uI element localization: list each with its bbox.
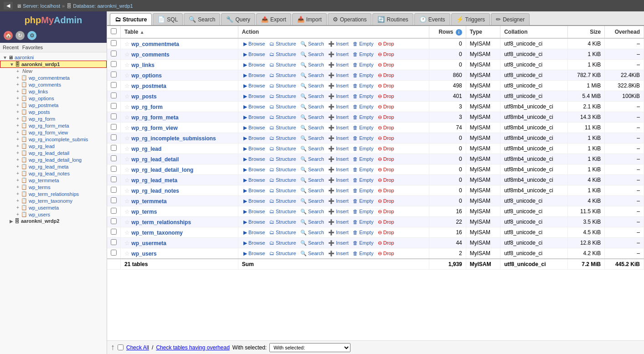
search-btn-wp_termmeta[interactable]: 🔍 Search: [299, 198, 325, 205]
star-icon-wp_rg_form_view[interactable]: ☆: [124, 124, 130, 131]
empty-btn-wp_rg_form[interactable]: 🗑 Empty: [351, 103, 375, 110]
empty-btn-wp_postmeta[interactable]: 🗑 Empty: [351, 82, 375, 89]
insert-btn-wp_rg_lead_notes[interactable]: ➕ Insert: [327, 187, 350, 194]
browse-btn-wp_rg_form_view[interactable]: ▶ Browse: [242, 124, 267, 131]
search-btn-wp_posts[interactable]: 🔍 Search: [299, 93, 325, 100]
star-icon-wp_term_relationships[interactable]: ☆: [124, 219, 130, 226]
sidebar-item-aaronkni_wrdp2[interactable]: ▶🗄aaronkni_wrdp2: [0, 218, 107, 224]
insert-btn-wp_term_taxonomy[interactable]: ➕ Insert: [327, 229, 350, 236]
with-selected-dropdown[interactable]: With selected: Browse Drop Empty Analyze…: [269, 343, 350, 352]
star-icon-wp_rg_lead_detail[interactable]: ☆: [124, 156, 130, 163]
empty-btn-wp_terms[interactable]: 🗑 Empty: [351, 208, 375, 215]
check-overhead-link[interactable]: Check tables having overhead: [156, 344, 229, 351]
check-all-bottom-checkbox[interactable]: [118, 344, 124, 350]
empty-btn-wp_options[interactable]: 🗑 Empty: [351, 72, 375, 78]
star-icon-wp_terms[interactable]: ☆: [124, 208, 130, 215]
table-link-wp_rg_lead_meta[interactable]: wp_rg_lead_meta: [131, 177, 177, 184]
checkbox-wp_usermeta[interactable]: [111, 239, 117, 245]
table-link-wp_rg_lead_detail[interactable]: wp_rg_lead_detail: [131, 156, 179, 163]
sidebar-item-wp_rg_form_meta[interactable]: +📋wp_rg_form_meta: [0, 122, 107, 129]
table-link-wp_rg_lead[interactable]: wp_rg_lead: [131, 146, 161, 152]
rows-info-icon[interactable]: i: [456, 29, 462, 36]
tree-toggle-aaronkni_wrdp1[interactable]: ▼: [9, 62, 15, 67]
sidebar-item-wp_posts[interactable]: +📋wp_posts: [0, 108, 107, 115]
checkbox-wp_links[interactable]: [111, 61, 117, 67]
insert-btn-wp_rg_form_view[interactable]: ➕ Insert: [327, 124, 350, 131]
star-icon-wp_postmeta[interactable]: ☆: [124, 82, 130, 89]
empty-btn-wp_rg_form_view[interactable]: 🗑 Empty: [351, 124, 375, 131]
checkbox-wp_rg_form_meta[interactable]: [111, 113, 117, 119]
structure-btn-wp_users[interactable]: 🗂 Structure: [268, 250, 298, 257]
table-link-wp_rg_incomplete_submissions[interactable]: wp_rg_incomplete_submissions: [131, 135, 216, 142]
drop-btn-wp_rg_lead_meta[interactable]: ⊖ Drop: [376, 177, 396, 184]
checkbox-wp_options[interactable]: [111, 72, 117, 77]
insert-btn-wp_rg_lead_meta[interactable]: ➕ Insert: [327, 177, 350, 184]
insert-btn-wp_rg_lead[interactable]: ➕ Insert: [327, 145, 350, 152]
favorites-link[interactable]: Favorites: [22, 45, 43, 50]
structure-btn-wp_terms[interactable]: 🗂 Structure: [268, 208, 298, 215]
checkbox-wp_rg_incomplete_submissions[interactable]: [111, 134, 117, 140]
empty-btn-wp_comments[interactable]: 🗑 Empty: [351, 51, 375, 57]
table-link-wp_usermeta[interactable]: wp_usermeta: [131, 240, 166, 246]
tab-query[interactable]: 🔧Query: [221, 13, 255, 25]
insert-btn-wp_links[interactable]: ➕ Insert: [327, 62, 350, 68]
drop-btn-wp_usermeta[interactable]: ⊖ Drop: [376, 240, 396, 246]
sidebar-item-aaronkni_wrdp1[interactable]: ▼🗄aaronkni_wrdp1: [0, 61, 107, 68]
empty-btn-wp_posts[interactable]: 🗑 Empty: [351, 93, 375, 99]
checkbox-wp_rg_form[interactable]: [111, 103, 117, 109]
check-all-link[interactable]: Check All: [126, 344, 149, 351]
empty-btn-wp_rg_lead_detail_long[interactable]: 🗑 Empty: [351, 166, 375, 173]
structure-btn-wp_rg_lead_notes[interactable]: 🗂 Structure: [268, 187, 298, 194]
insert-btn-wp_comments[interactable]: ➕ Insert: [327, 51, 350, 58]
table-link-wp_options[interactable]: wp_options: [131, 72, 162, 79]
search-btn-wp_term_taxonomy[interactable]: 🔍 Search: [299, 229, 325, 236]
insert-btn-wp_commentmeta[interactable]: ➕ Insert: [327, 41, 350, 47]
search-btn-wp_rg_lead_notes[interactable]: 🔍 Search: [299, 187, 325, 194]
sidebar-item-wp_rg_lead_meta[interactable]: +📋wp_rg_lead_meta: [0, 163, 107, 170]
structure-btn-wp_rg_form_meta[interactable]: 🗂 Structure: [268, 114, 298, 120]
search-btn-wp_rg_form_view[interactable]: 🔍 Search: [299, 124, 325, 131]
checkbox-wp_commentmeta[interactable]: [111, 40, 117, 46]
browse-btn-wp_users[interactable]: ▶ Browse: [242, 250, 267, 257]
search-btn-wp_users[interactable]: 🔍 Search: [299, 250, 325, 257]
table-link-wp_postmeta[interactable]: wp_postmeta: [131, 83, 166, 89]
sidebar-item-wp_comments[interactable]: +📋wp_comments: [0, 81, 107, 88]
sidebar-item-wp_rg_lead_detail[interactable]: +📋wp_rg_lead_detail: [0, 149, 107, 156]
structure-btn-wp_rg_lead[interactable]: 🗂 Structure: [268, 145, 298, 152]
star-icon-wp_comments[interactable]: ☆: [124, 51, 130, 58]
sidebar-item-new[interactable]: +New: [0, 68, 107, 74]
structure-btn-wp_term_relationships[interactable]: 🗂 Structure: [268, 219, 298, 225]
star-icon-wp_rg_lead_notes[interactable]: ☆: [124, 187, 130, 194]
sidebar-item-wp_commentmeta[interactable]: +📋wp_commentmeta: [0, 74, 107, 81]
sidebar-item-wp_rg_lead_detail_long[interactable]: +📋wp_rg_lead_detail_long: [0, 156, 107, 163]
structure-btn-wp_rg_form_view[interactable]: 🗂 Structure: [268, 124, 298, 131]
checkbox-wp_users[interactable]: [111, 250, 117, 256]
structure-btn-wp_rg_lead_meta[interactable]: 🗂 Structure: [268, 177, 298, 183]
empty-btn-wp_rg_form_meta[interactable]: 🗑 Empty: [351, 114, 375, 120]
browse-btn-wp_rg_lead[interactable]: ▶ Browse: [242, 145, 267, 152]
drop-btn-wp_postmeta[interactable]: ⊖ Drop: [376, 82, 396, 89]
reload-icon[interactable]: ↻: [15, 31, 25, 40]
insert-btn-wp_rg_lead_detail_long[interactable]: ➕ Insert: [327, 166, 350, 173]
browse-btn-wp_termmeta[interactable]: ▶ Browse: [242, 198, 267, 205]
search-btn-wp_commentmeta[interactable]: 🔍 Search: [299, 41, 325, 47]
empty-btn-wp_rg_lead_detail[interactable]: 🗑 Empty: [351, 156, 375, 162]
star-icon-wp_rg_lead[interactable]: ☆: [124, 145, 130, 152]
tab-operations[interactable]: ⚙Operations: [328, 13, 372, 25]
browse-btn-wp_rg_lead_meta[interactable]: ▶ Browse: [242, 177, 267, 184]
drop-btn-wp_rg_form_meta[interactable]: ⊖ Drop: [376, 114, 396, 121]
drop-btn-wp_commentmeta[interactable]: ⊖ Drop: [376, 41, 396, 47]
sidebar-item-wp_links[interactable]: +📋wp_links: [0, 88, 107, 95]
insert-btn-wp_rg_form_meta[interactable]: ➕ Insert: [327, 114, 350, 121]
browse-btn-wp_rg_incomplete_submissions[interactable]: ▶ Browse: [242, 135, 267, 142]
browse-btn-wp_term_relationships[interactable]: ▶ Browse: [242, 219, 267, 226]
search-btn-wp_comments[interactable]: 🔍 Search: [299, 51, 325, 58]
star-icon-wp_termmeta[interactable]: ☆: [124, 198, 130, 205]
table-link-wp_posts[interactable]: wp_posts: [131, 93, 156, 100]
search-btn-wp_postmeta[interactable]: 🔍 Search: [299, 82, 325, 89]
drop-btn-wp_rg_lead_detail_long[interactable]: ⊖ Drop: [376, 166, 396, 173]
home-icon[interactable]: 🏠: [4, 31, 13, 40]
checkbox-wp_postmeta[interactable]: [111, 82, 117, 88]
search-btn-wp_options[interactable]: 🔍 Search: [299, 72, 325, 79]
table-link-wp_term_relationships[interactable]: wp_term_relationships: [131, 219, 191, 226]
